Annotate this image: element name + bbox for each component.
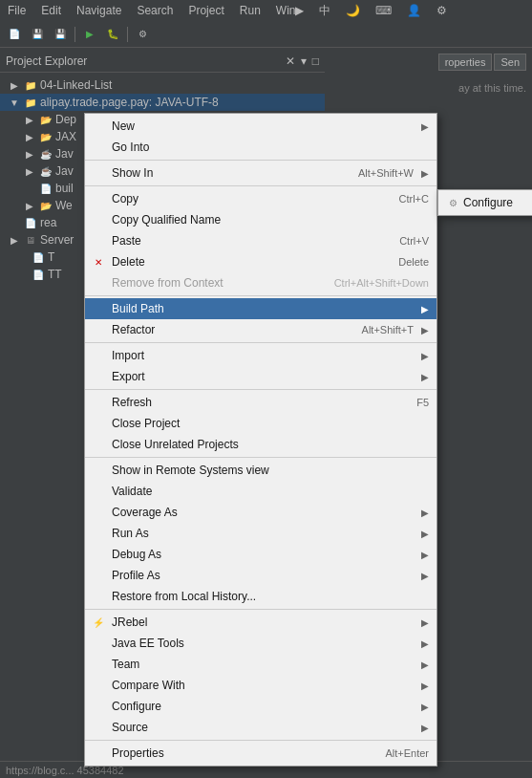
menu-moon[interactable]: 🌙 [342,2,364,19]
build-icon: 📄 [39,182,53,195]
TT-icon: 📄 [32,268,45,281]
tab-servers[interactable]: Sen [494,54,526,71]
explorer-header: Project Explorer ✕ ▾ □ [0,50,325,73]
context-menu: New ▶ Go Into Show In Alt+Shift+W ▶ Copy… [84,113,437,767]
menu-item-source-label: Source [112,721,148,734]
menu-search[interactable]: Search [133,2,177,19]
jax-label: JAX [55,130,76,143]
tab-properties[interactable]: roperties [438,54,493,71]
toolbar-save-all[interactable]: 💾 [50,24,71,45]
menu-item-restore-history[interactable]: Restore from Local History... [85,586,436,607]
menu-item-sr-label: Show in Remote Systems view [112,464,269,477]
tree-item-alipay-label: alipay.trade.page.pay: JAVA-UTF-8 [40,96,219,109]
sep-8 [85,740,436,741]
tree-item-linked-list[interactable]: ▶ 📁 04-Linked-List [0,76,325,94]
team-arrow: ▶ [421,659,429,670]
sep-6 [85,457,436,458]
menu-item-validate[interactable]: Validate [85,481,436,502]
toolbar-debug[interactable]: 🐛 [102,24,123,45]
toolbar: 📄 💾 💾 ▶ 🐛 ⚙ [0,21,532,48]
dep-icon: 📂 [39,113,53,126]
menu-item-configure-label: Configure [112,700,161,713]
menu-item-coverage-as[interactable]: Coverage As ▶ [85,502,436,523]
refactor-arrow: ▶ [421,325,429,335]
menu-item-copy-qualified[interactable]: Copy Qualified Name [85,209,436,230]
project-icon-alipay: 📁 [24,96,37,109]
menu-navigate[interactable]: Navigate [73,2,125,19]
menu-item-new[interactable]: New ▶ [85,116,436,137]
menu-kbd[interactable]: ⌨ [372,2,395,19]
toolbar-settings[interactable]: ⚙ [132,24,153,45]
menu-edit[interactable]: Edit [37,2,65,19]
menu-item-team[interactable]: Team ▶ [85,654,436,675]
menu-cn[interactable]: 中 [315,1,334,21]
menu-item-jet-label: Java EE Tools [112,637,184,650]
menu-item-bp-left: Build Path [112,302,164,315]
menu-item-profile-as[interactable]: Profile As ▶ [85,565,436,586]
menu-item-paste[interactable]: Paste Ctrl+V [85,230,436,251]
menu-item-da-label: Debug As [112,548,161,561]
menu-file[interactable]: File [4,2,30,19]
menu-item-close-project[interactable]: Close Project [85,413,436,434]
menu-item-debug-as[interactable]: Debug As ▶ [85,544,436,565]
menu-item-delete[interactable]: ✕ Delete Delete [85,251,436,272]
menu-item-props-left: Properties [112,746,164,760]
menu-item-source[interactable]: Source ▶ [85,717,436,738]
menu-item-compare-with[interactable]: Compare With ▶ [85,675,436,696]
menu-item-refresh[interactable]: Refresh F5 [85,392,436,413]
menu-item-properties[interactable]: Properties Alt+Enter [85,743,436,764]
bp-arrow: ▶ [421,304,429,314]
tree-item-alipay[interactable]: ▼ 📁 alipay.trade.page.pay: JAVA-UTF-8 [0,94,325,111]
pa-arrow: ▶ [421,571,429,581]
explorer-close[interactable]: ✕ [286,54,295,68]
sep-3 [85,295,436,296]
menu-window[interactable]: Win▶ [272,2,309,19]
menu-item-import[interactable]: Import ▶ [85,345,436,366]
menu-item-refactor-left: Refactor [112,323,155,336]
TT-label: TT [48,268,62,281]
toolbar-run[interactable]: ▶ [79,24,100,45]
sub-menu-configure[interactable]: ⚙ Configure [438,192,532,213]
menu-item-ca-label: Coverage As [112,506,178,519]
menu-item-run-as[interactable]: Run As ▶ [85,523,436,544]
menu-item-new-left: New [112,119,135,133]
menu-item-go-into-label: Go Into [112,140,149,154]
server-expand: ▶ [8,233,21,247]
menu-item-show-remote[interactable]: Show in Remote Systems view [85,460,436,481]
menu-item-refactor[interactable]: Refactor Alt+Shift+T ▶ [85,319,436,340]
menu-item-close-unrelated[interactable]: Close Unrelated Projects [85,434,436,455]
menu-item-configure[interactable]: Configure ▶ [85,696,436,717]
java2-expand: ▶ [23,164,36,178]
menu-gear[interactable]: ⚙ [433,2,451,19]
jax-icon: 📂 [39,130,53,143]
menu-item-remove-context[interactable]: Remove from Context Ctrl+Alt+Shift+Down [85,272,436,293]
menu-item-new-arrow: ▶ [421,121,429,132]
toolbar-save[interactable]: 💾 [27,24,48,45]
sep-2 [85,185,436,186]
menu-item-jrebel-left: JRebel [112,616,147,629]
menu-item-export[interactable]: Export ▶ [85,366,436,387]
refresh-shortcut: F5 [397,397,429,408]
menu-item-team-label: Team [112,658,139,671]
menu-run[interactable]: Run [236,2,265,19]
build-label: buil [55,182,74,195]
menu-item-ra-left: Run As [112,527,149,540]
menu-item-refactor-label: Refactor [112,323,155,336]
ra-arrow: ▶ [421,529,429,539]
menu-item-go-into[interactable]: Go Into [85,137,436,158]
menu-item-javaee-tools[interactable]: Java EE Tools ▶ [85,633,436,654]
menu-item-show-in[interactable]: Show In Alt+Shift+W ▶ [85,162,436,184]
menu-item-build-path[interactable]: Build Path ▶ [85,298,436,319]
toolbar-new[interactable]: 📄 [4,24,25,45]
menu-item-jrebel[interactable]: ⚡ JRebel ▶ [85,612,436,633]
menu-user[interactable]: 👤 [403,2,425,19]
sub-menu-build-path: ⚙ Configure [437,189,532,216]
explorer-menu[interactable]: ▾ [301,54,307,68]
explorer-max[interactable]: □ [312,54,319,68]
jrebel-arrow: ▶ [421,617,429,628]
java1-icon: ☕ [39,147,53,161]
java1-label: Jav [55,147,74,161]
menu-item-copy[interactable]: Copy Ctrl+C [85,188,436,209]
menu-project[interactable]: Project [184,2,227,19]
menu-item-sr-left: Show in Remote Systems view [112,464,269,477]
